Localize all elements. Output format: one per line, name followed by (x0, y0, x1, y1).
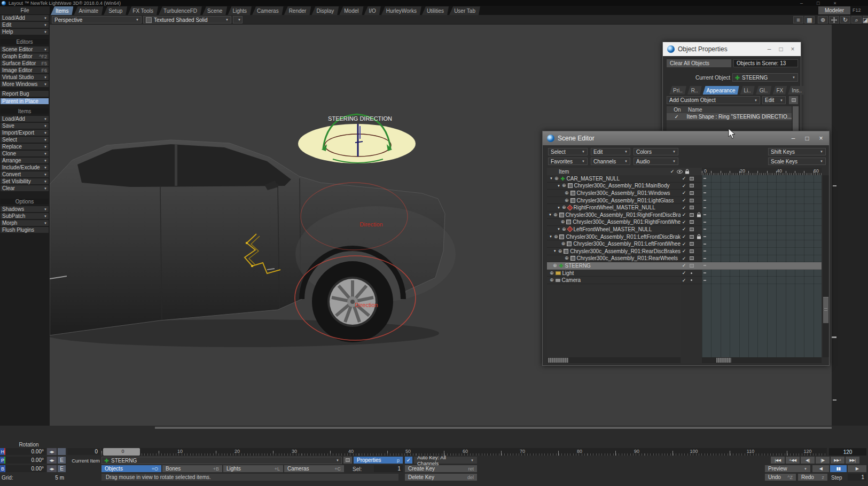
pan-view-icon[interactable]: ⊕ (818, 16, 828, 23)
viewport-corner-icon[interactable]: ◪ (863, 16, 868, 23)
channel-expand-icon[interactable]: ⊕ (550, 271, 554, 276)
h-scrollbar-track[interactable] (547, 357, 681, 363)
current-frame-field[interactable]: 0 (67, 448, 100, 455)
expand-arrow-icon[interactable]: ▼ (553, 249, 557, 253)
channel-expand-icon[interactable]: ⊕ (553, 263, 557, 268)
tab-primitive[interactable]: Pri.. (669, 86, 686, 95)
sidebar-item-help[interactable]: Help▼ (1, 29, 49, 35)
item-active-checkbox[interactable]: ✓ (681, 205, 687, 210)
scene-item-row[interactable]: ▼⊕CAR_MASTER_NULL ✓ (547, 175, 822, 183)
tab-hurleyworks[interactable]: HurleyWorks (381, 6, 421, 15)
sidebar-item-morph[interactable]: Morph▼ (1, 220, 49, 226)
item-visibility-cell[interactable] (687, 206, 695, 209)
clipboard-icon[interactable] (789, 96, 798, 104)
channel-expand-icon[interactable]: ⊕ (562, 205, 566, 210)
heading-value[interactable]: 0.00° (6, 448, 46, 455)
scene-item-row[interactable]: ▼⊕Chrysler300c_Assembly_R01:RightFrontDi… (547, 211, 822, 219)
tab-animate[interactable]: Animate (74, 6, 103, 15)
sidebar-item-clear[interactable]: Clear▼ (1, 185, 49, 191)
sidebar-item-select[interactable]: Select▼ (1, 137, 49, 143)
prev-key-button[interactable]: +◀◀ (786, 457, 800, 464)
h-scrollbar-track[interactable] (702, 357, 822, 363)
scrollbar-thumb[interactable] (823, 297, 828, 323)
minimize-button[interactable]: – (765, 45, 773, 53)
edit-dropdown[interactable]: Edit▼ (762, 96, 786, 104)
sidebar-item-subpatch[interactable]: SubPatch▼ (1, 213, 49, 219)
tab-io[interactable]: I/O (364, 6, 381, 15)
sidebar-item-flush-plugins[interactable]: Flush Plugins (1, 227, 49, 233)
channel-expand-icon[interactable]: ⊕ (554, 234, 558, 239)
item-visibility-cell[interactable] (687, 220, 695, 224)
pitch-value[interactable]: 0.00° (6, 457, 46, 464)
item-active-checkbox[interactable]: ✓ (681, 183, 687, 189)
favorites-dropdown[interactable]: Favorites▼ (548, 158, 588, 165)
tab-lights[interactable]: Lights (228, 6, 252, 15)
item-active-checkbox[interactable]: ✓ (681, 256, 687, 261)
current-object-dropdown[interactable]: STEERNG ▼ (732, 73, 798, 82)
tab-render[interactable]: R.. (687, 86, 702, 95)
channel-expand-icon[interactable]: ⊕ (561, 241, 566, 246)
item-visibility-cell[interactable] (687, 184, 695, 187)
item-lock-cell[interactable] (695, 234, 702, 239)
scene-item-row[interactable]: ⊕Chrysler300c_Assembly_R01:RearWheels ✓ (547, 255, 822, 263)
scene-item-row[interactable]: ⊕Chrysler300c_Assembly_R01:Windows ✓ (547, 190, 822, 197)
tab-fx[interactable]: FX (772, 86, 787, 95)
edit-dropdown[interactable]: Edit▼ (591, 148, 630, 155)
sidebar-item-load-add[interactable]: Load/Add▼ (1, 15, 49, 21)
scene-item-row[interactable]: ⊕Camera ✓ (547, 277, 822, 284)
sidebar-item-import-export[interactable]: Import/Export▼ (1, 130, 49, 136)
next-key-button[interactable]: ▶▶+ (831, 457, 844, 464)
sidebar-item-save[interactable]: Save▼ (1, 123, 49, 129)
audio-dropdown[interactable]: Audio▼ (634, 158, 678, 165)
item-active-checkbox[interactable]: ✓ (681, 220, 687, 225)
tab-render[interactable]: Render (284, 6, 311, 15)
scene-item-row[interactable]: ▼⊕Chrysler300c_Assembly_R01:LeftFrontDis… (547, 233, 822, 241)
item-visibility-cell[interactable] (687, 264, 695, 268)
sidebar-item-parent-in-place[interactable]: Parent in Place (1, 98, 49, 104)
edit-lights-button[interactable]: Lights+L (223, 465, 283, 472)
object-properties-titlebar[interactable]: Object Properties – □ × (663, 42, 801, 56)
channel-expand-icon[interactable]: ⊕ (553, 213, 558, 217)
sidebar-item-graph-editor[interactable]: Graph Editor^F2 (1, 53, 49, 59)
item-lock-cell[interactable] (695, 212, 702, 217)
go-start-button[interactable]: |◀◀ (771, 457, 785, 464)
item-visibility-cell[interactable] (687, 279, 695, 281)
item-visibility-cell[interactable] (687, 213, 695, 217)
add-custom-object-dropdown[interactable]: Add Custom Object▼ (667, 96, 760, 104)
tab-utilities[interactable]: Utilities (422, 6, 449, 15)
h-scrollbar-thumb[interactable] (548, 358, 568, 363)
item-active-checkbox[interactable]: ✓ (681, 198, 687, 203)
tab-turbulencefd[interactable]: TurbulenceFD (159, 6, 202, 15)
channel-expand-icon[interactable]: ⊕ (562, 183, 566, 188)
tab-global[interactable]: Gl.. (756, 86, 772, 95)
sidebar-item-replace[interactable]: Replace▼ (1, 144, 49, 150)
shading-mode-dropdown[interactable]: Textured Shaded Solid▼ (143, 16, 231, 23)
sidebar-item-virtual-studio[interactable]: Virtual Studio▼ (1, 74, 49, 80)
properties-button[interactable]: Propertiesp (354, 457, 403, 464)
item-visibility-cell[interactable] (687, 256, 695, 260)
undo-button[interactable]: Undo^Z (765, 474, 796, 481)
channel-expand-icon[interactable]: ⊕ (561, 220, 565, 224)
step-forward-button[interactable]: ||▶ (816, 457, 830, 464)
play-reverse-button[interactable]: ◀ (812, 465, 829, 472)
channel-expand-icon[interactable]: ⊕ (565, 256, 569, 261)
channel-expand-icon[interactable]: ⊕ (554, 176, 559, 181)
item-visibility-cell[interactable] (687, 249, 695, 253)
scene-item-row-selected[interactable]: ⊕STEERNG ✓ (547, 262, 822, 270)
sidebar-item-report-bug[interactable]: Report Bug (1, 91, 49, 97)
close-button[interactable]: × (789, 45, 796, 53)
maximize-button[interactable]: □ (803, 135, 811, 142)
scale-keys-dropdown[interactable]: Scale Keys▼ (768, 158, 826, 165)
item-active-checkbox[interactable]: ✓ (681, 176, 687, 181)
item-active-checkbox[interactable]: ✓ (681, 263, 687, 268)
expand-arrow-icon[interactable]: ▼ (557, 184, 560, 187)
preview-dropdown[interactable]: Preview▼ (765, 465, 810, 472)
clear-all-objects-button[interactable]: Clear All Objects (667, 59, 731, 67)
value-stepper[interactable]: ◀▶ (47, 457, 57, 464)
custom-object-row[interactable]: ✓ Item Shape : Ring "STEERING DIRECTIO..… (667, 113, 792, 120)
zoom-view-icon[interactable]: ⌕ (851, 16, 862, 23)
expand-arrow-icon[interactable]: ▼ (557, 206, 560, 209)
go-end-button[interactable]: ▶▶| (846, 457, 859, 464)
step-back-button[interactable]: ◀|| (801, 457, 815, 464)
modeler-button[interactable]: Modeler (818, 6, 850, 14)
